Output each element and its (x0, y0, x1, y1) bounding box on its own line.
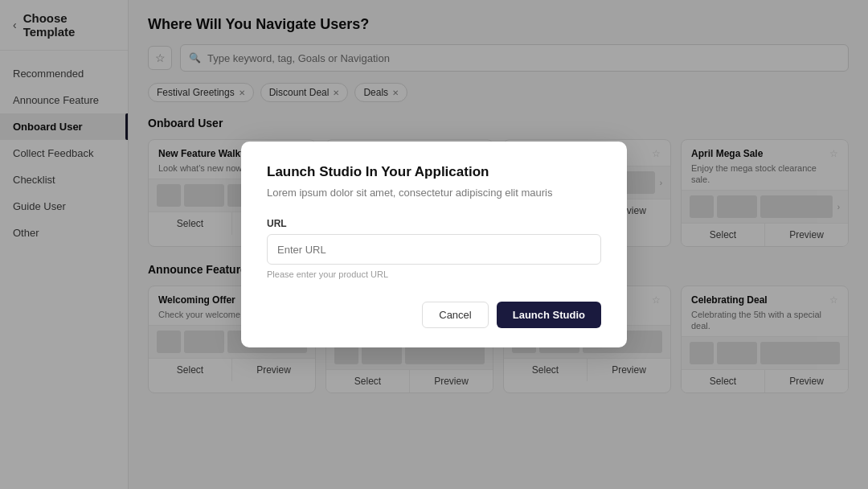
launch-studio-modal: Launch Studio In Your Application Lorem … (241, 142, 627, 348)
modal-description: Lorem ipsum dolor sit amet, consectetur … (267, 185, 601, 201)
cancel-button[interactable]: Cancel (422, 302, 488, 328)
modal-overlay[interactable]: Launch Studio In Your Application Lorem … (0, 0, 868, 489)
url-input[interactable] (267, 234, 601, 265)
modal-actions: Cancel Launch Studio (267, 302, 601, 328)
modal-title: Launch Studio In Your Application (267, 164, 601, 180)
url-hint: Please enter your product URL (267, 269, 601, 279)
launch-studio-button[interactable]: Launch Studio (497, 302, 601, 328)
url-label: URL (267, 218, 601, 229)
